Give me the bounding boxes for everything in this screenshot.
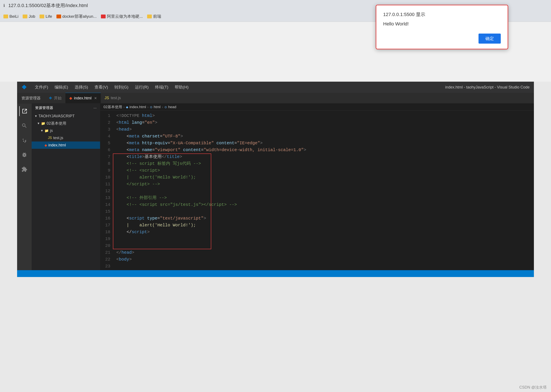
bookmark-life[interactable]: Life xyxy=(40,14,52,19)
vscode-sidebar: 资源管理器 ··· ▼ TAOHYJAVASCRIPT ▼ 📁 02基本使用 ▼ xyxy=(32,104,100,270)
bookmark-icon-life xyxy=(40,14,44,18)
tree-root-item[interactable]: ▼ TAOHYJAVASCRIPT xyxy=(32,112,100,120)
code-line-5: <meta http-equiv="X-UA-Compatible" conte… xyxy=(113,140,534,147)
code-line-17: | alert('Hello World!'); xyxy=(113,222,534,229)
sidebar-header-title: 资源管理器 xyxy=(35,106,53,110)
tab-start[interactable]: ❖ 开始 xyxy=(45,93,65,103)
code-line-2: <html lang="en"> xyxy=(113,119,534,126)
code-line-6: <meta name="viewport" content="width=dev… xyxy=(113,147,534,154)
menu-help[interactable]: 帮助(H) xyxy=(175,84,188,90)
breadcrumb-head[interactable]: head xyxy=(168,105,177,109)
menu-select[interactable]: 选择(S) xyxy=(75,84,88,90)
activity-explorer-icon[interactable] xyxy=(19,106,29,116)
activity-debug-icon[interactable] xyxy=(19,150,29,160)
menu-run[interactable]: 运行(R) xyxy=(135,84,148,90)
tree-file-testjs[interactable]: JS test.js xyxy=(32,134,100,141)
code-line-19 xyxy=(113,236,534,242)
vscode-main-area: 资源管理器 ··· ▼ TAOHYJAVASCRIPT ▼ 📁 02基本使用 ▼ xyxy=(17,104,534,270)
tab-start-label: 开始 xyxy=(54,96,62,101)
tab-test-js[interactable]: JS test.js xyxy=(101,93,125,103)
code-line-23 xyxy=(113,263,534,270)
bookmark-icon-front xyxy=(147,14,152,18)
tab-close-icon[interactable]: ✕ xyxy=(94,96,97,100)
tab-index-html[interactable]: ◆ index.html ✕ xyxy=(65,93,101,103)
vscode-statusbar xyxy=(17,270,534,277)
info-icon: ℹ xyxy=(3,3,5,8)
bookmark-label-beili: BeiLi xyxy=(9,14,18,19)
breadcrumb-sep3: › xyxy=(162,105,163,109)
tree-testjs-label: test.js xyxy=(53,136,63,140)
tree-folder-arrow: ▼ xyxy=(37,122,40,125)
bookmark-job[interactable]: Job xyxy=(23,14,35,19)
alert-dialog-title: 127.0.0.1:5500 显示 xyxy=(383,11,501,18)
breadcrumb-sep2: › xyxy=(147,105,148,109)
menu-file[interactable]: 文件(F) xyxy=(35,84,48,90)
breadcrumb-sep1: › xyxy=(123,105,125,109)
breadcrumb-indexhtml[interactable]: index.html xyxy=(130,105,146,109)
bookmark-label-aliyun: 阿里云做为本地硬... xyxy=(107,14,143,19)
code-editor-area[interactable]: 12345 678910 1112131415 1617181920 21222… xyxy=(100,111,534,270)
bookmark-beili[interactable]: BeiLi xyxy=(3,14,18,19)
code-line-15 xyxy=(113,208,534,215)
vscode-logo-icon: ❖ xyxy=(21,84,27,91)
vscode-window-title: index.html - taohyJavaScript - Visual St… xyxy=(445,85,530,90)
bookmark-icon-beili xyxy=(3,14,8,18)
sidebar-panel-title: 资源管理器 xyxy=(17,93,45,103)
alert-dialog: 127.0.0.1:5500 显示 Hello World! 确定 xyxy=(376,5,508,49)
breadcrumb-head-icon: ⊙ xyxy=(164,105,167,109)
sidebar-file-tree: ▼ TAOHYJAVASCRIPT ▼ 📁 02基本使用 ▼ 📁 js xyxy=(32,112,100,270)
vscode-titlebar: ❖ 文件(F) 编辑(E) 选择(S) 查看(V) 转到(G) 运行(R) 终端… xyxy=(17,82,534,93)
code-line-16: <script type="text/javascript"> xyxy=(113,215,534,222)
alert-dialog-message: Hello World! xyxy=(383,21,501,27)
tree-folder-basic[interactable]: ▼ 📁 02基本使用 xyxy=(32,120,100,127)
activity-extensions-icon[interactable] xyxy=(19,164,29,175)
tree-file-indexhtml[interactable]: ◆ index.html xyxy=(32,141,100,149)
html-file-icon: ◆ xyxy=(69,96,72,100)
bookmark-docker[interactable]: docker部署aliyun... xyxy=(57,14,97,19)
code-line-24: </body> xyxy=(113,270,534,270)
bookmark-label-job: Job xyxy=(29,14,35,19)
menu-goto[interactable]: 转到(G) xyxy=(114,84,128,90)
tree-folder-js-label: js xyxy=(50,128,53,133)
breadcrumb-html[interactable]: html xyxy=(154,105,161,109)
bookmark-front[interactable]: 前瑞 xyxy=(147,14,161,19)
code-line-8: <!-- script 标签内 写js代码 --> xyxy=(113,160,534,167)
vscode-editor: 02基本使用 › ◆ index.html › ⊙ html › ⊙ head … xyxy=(100,104,534,270)
activity-search-icon[interactable] xyxy=(19,120,29,131)
line-numbers: 12345 678910 1112131415 1617181920 21222… xyxy=(100,111,113,270)
code-line-21: </head> xyxy=(113,249,534,256)
csdn-watermark: CSDN @汝水塔 xyxy=(519,385,547,390)
js-folder-icon: 📁 xyxy=(44,129,49,133)
code-content[interactable]: <!DOCTYPE html> <html lang="en"> <head> … xyxy=(113,111,534,270)
js-file-tab-icon: JS xyxy=(105,96,109,100)
bookmark-label-front: 前瑞 xyxy=(153,14,161,19)
folder-icon: 📁 xyxy=(41,121,45,126)
activity-source-control-icon[interactable] xyxy=(19,135,29,145)
sidebar-more-icon[interactable]: ··· xyxy=(93,106,97,110)
bookmark-label-life: Life xyxy=(46,14,52,19)
bookmark-aliyun[interactable]: 阿里云做为本地硬... xyxy=(101,14,143,19)
code-line-4: <meta charset="UTF-8"> xyxy=(113,133,534,140)
browser-url[interactable]: 127.0.0.1:5500/02基本使用/index.html xyxy=(8,2,88,9)
code-line-20 xyxy=(113,242,534,249)
tree-indexhtml-label: index.html xyxy=(48,143,66,147)
code-line-1: <!DOCTYPE html> xyxy=(113,112,534,119)
indexhtml-icon: ◆ xyxy=(44,143,47,147)
vscode-breadcrumb: 02基本使用 › ◆ index.html › ⊙ html › ⊙ head xyxy=(100,104,534,111)
code-line-7: <title>基本使用</title> xyxy=(113,154,534,160)
menu-terminal[interactable]: 终端(T) xyxy=(155,84,168,90)
vscode-tabbar: 资源管理器 ❖ 开始 ◆ index.html ✕ JS test.js xyxy=(17,93,534,104)
alert-dialog-footer: 确定 xyxy=(383,34,501,44)
menu-edit[interactable]: 编辑(E) xyxy=(55,84,68,90)
vscode-start-icon: ❖ xyxy=(49,96,52,100)
alert-ok-button[interactable]: 确定 xyxy=(479,34,501,44)
tree-folder-js[interactable]: ▼ 📁 js xyxy=(32,127,100,134)
code-line-11: </script> --> xyxy=(113,181,534,188)
breadcrumb-02[interactable]: 02基本使用 xyxy=(104,105,122,109)
code-line-14: <!-- <script src="js/test.js"></script> … xyxy=(113,201,534,208)
tree-root-arrow: ▼ xyxy=(34,114,38,118)
tree-js-folder-arrow: ▼ xyxy=(40,129,44,132)
bookmark-icon-job xyxy=(23,14,27,18)
menu-view[interactable]: 查看(V) xyxy=(94,84,108,90)
bookmark-label-docker: docker部署aliyun... xyxy=(63,14,97,19)
